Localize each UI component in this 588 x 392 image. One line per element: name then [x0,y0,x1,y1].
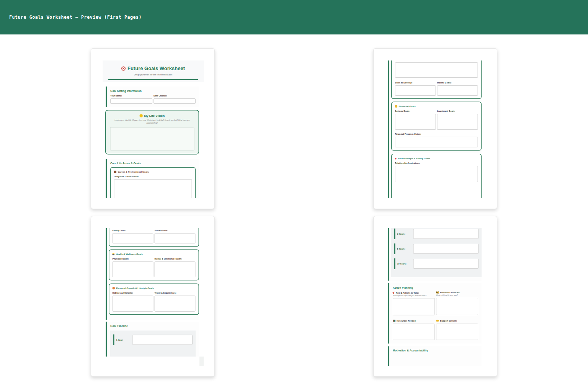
your-name-label: Your Name: [110,95,152,97]
goal-timeline-section-continued: 3 Years: 5 Years: 10 Years: [388,228,482,281]
relationships-goals-heading: Relationships & Family Goals [395,157,478,160]
family-goals-input[interactable] [113,233,154,243]
income-goals-input[interactable] [437,85,478,96]
year10-input[interactable] [413,259,479,269]
core-life-areas-heading: Core Life Areas & Goals [110,162,196,165]
relationship-aspirations-input[interactable] [395,166,478,182]
page2-viewport: Long-term Career Vision: Skills to Devel… [385,60,486,198]
motivation-section: Motivation & Accountability [388,346,482,366]
year5-label: 5 Years: [397,248,413,250]
life-vision-textarea[interactable] [110,127,194,150]
motivation-heading: Motivation & Accountability [393,349,478,352]
savings-goals-label: Savings Goals: [395,110,436,112]
relationships-goals-heading-text: Relationships & Family Goals [398,157,430,160]
year3-label: 3 Years: [397,233,413,235]
social-goals-label: Social Goals: [155,229,196,232]
runner-icon [113,253,115,255]
investment-goals-input[interactable] [437,114,478,130]
core-life-areas-section: Core Life Areas & Goals Career & Profess… [106,159,199,199]
next-actions-label: Next 3 Actions to Take: [393,291,435,294]
skills-input[interactable] [395,85,436,96]
physical-health-label: Physical Health: [113,258,154,260]
handshake-icon [436,320,439,322]
investment-goals-label: Investment Goals: [437,110,478,112]
preview-card-page-4: 3 Years: 5 Years: 10 Years: [373,216,497,377]
career-vision-label: Long-term Career Vision: [114,175,192,178]
income-goals-label: Income Goals: [437,82,478,84]
resources-input[interactable] [393,324,435,340]
page4-viewport: 3 Years: 5 Years: 10 Years: [385,228,486,366]
moneybag-icon [395,105,398,108]
timeline-bar [113,335,114,345]
next-actions-hint: What specific steps can you take this we… [393,295,435,297]
mental-health-input[interactable] [155,261,196,277]
financial-goals-heading-text: Financial Goals [399,105,416,108]
personal-growth-box: Personal Growth & Lifestyle Goals Hobbie… [109,284,199,315]
hobbies-input[interactable] [113,296,154,312]
life-vision-prompt: Imagine your ideal life 10 years from no… [110,119,194,125]
next-actions-input[interactable] [393,298,435,315]
year10-label: 10 Years: [397,263,413,265]
year1-label: 1 Year: [116,339,132,341]
page1-viewport: Future Goals Worksheet Design your dream… [103,60,204,198]
career-vision-textarea[interactable] [114,179,192,198]
timeline-item-1-year: 1 Year: [113,335,193,345]
year3-input[interactable] [413,229,479,239]
career-goals-heading: Career & Professional Goals [114,170,192,173]
preview-card-page-1: Future Goals Worksheet Design your dream… [91,48,215,209]
worksheet-title: Future Goals Worksheet [106,65,201,72]
personal-growth-heading: Personal Growth & Lifestyle Goals [113,287,196,289]
page3-sheet: Family Goals: Social Goals: [103,228,204,357]
career-goals-box-continued: Long-term Career Vision: Skills to Devel… [391,60,482,99]
rocket-icon [392,291,395,294]
page3-viewport: Family Goals: Social Goals: [103,228,204,366]
obstacles-hint: What might get in your way? [436,294,478,296]
timeline-item-3-years: 3 Years: [394,229,479,239]
header-divider [108,79,198,80]
books-icon [393,320,395,322]
personal-growth-heading-text: Personal Growth & Lifestyle Goals [116,287,154,289]
page2-sheet: Long-term Career Vision: Skills to Devel… [385,60,486,198]
family-goals-label: Family Goals: [113,229,154,232]
travel-input[interactable] [155,296,196,312]
financial-freedom-input[interactable] [395,137,478,147]
relationships-goals-box: Relationships & Family Goals Relationshi… [391,154,482,199]
worksheet-title-text: Future Goals Worksheet [127,65,185,72]
obstacles-input[interactable] [436,298,478,315]
sun-icon [140,114,143,117]
career-vision-textarea-continued[interactable] [395,62,478,78]
your-name-input[interactable] [110,98,152,104]
worksheet-subtitle: Design your dream life with YesFreeMoney… [106,74,201,76]
life-vision-box: My Life Vision Imagine your ideal life 1… [105,110,199,155]
clipped-career-vision-label: Long-term Career Vision: [395,60,478,62]
health-goals-heading: Health & Wellness Goals [113,253,196,255]
timeline-item-10-years: 10 Years: [394,258,479,269]
year5-input[interactable] [413,244,479,254]
relationship-aspirations-label: Relationship Aspirations: [395,162,478,164]
timeline-bar [394,229,395,239]
mental-health-label: Mental & Emotional Health: [155,258,196,260]
life-vision-heading: My Life Vision [110,114,194,118]
timeline-panel-continued: 3 Years: 5 Years: 10 Years: [391,228,482,277]
year1-input[interactable] [132,335,193,345]
skills-label: Skills to Develop: [395,82,436,84]
window-title: Future Goals Worksheet – Preview (First … [9,15,142,20]
financial-goals-box: Financial Goals Savings Goals: Investmen… [391,102,482,151]
worksheet-header: Future Goals Worksheet Design your dream… [103,60,204,82]
date-created-input[interactable] [154,98,196,104]
support-system-input[interactable] [436,324,478,340]
hobbies-label: Hobbies & Interests: [113,292,154,294]
app-title-bar: Future Goals Worksheet – Preview (First … [0,0,588,34]
resources-label: Resources Needed: [393,320,435,322]
timeline-panel: 1 Year: [110,331,196,357]
support-system-label: Support System: [436,320,478,322]
core-life-areas-section-continued: Family Goals: Social Goals: [106,228,199,320]
social-goals-input[interactable] [155,233,196,243]
heart-icon [395,157,397,160]
preview-card-page-3: Family Goals: Social Goals: [91,216,215,377]
preview-card-page-2: Long-term Career Vision: Skills to Devel… [373,48,497,209]
savings-goals-input[interactable] [395,114,436,130]
physical-health-input[interactable] [113,261,154,277]
preview-grid: Future Goals Worksheet Design your dream… [0,48,588,377]
page1-sheet: Future Goals Worksheet Design your dream… [103,60,204,198]
